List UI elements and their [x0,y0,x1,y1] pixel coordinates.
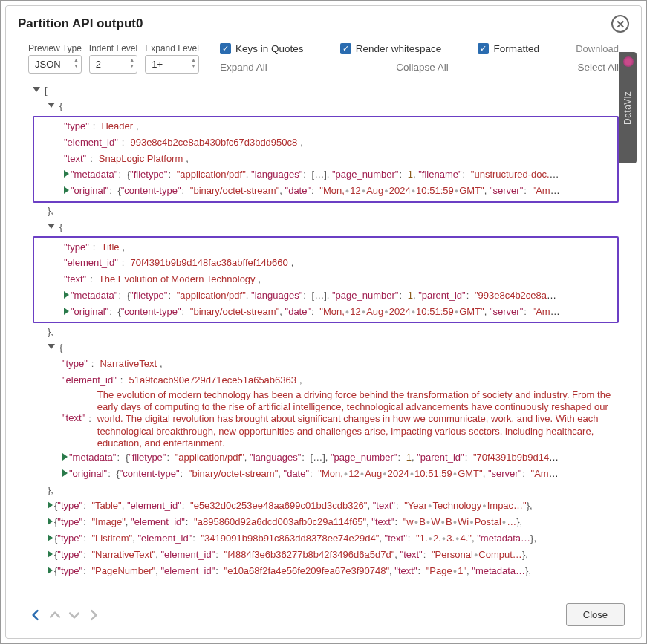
stepper-icon: ▲▼ [191,57,196,69]
dialog-footer: Close [6,594,641,638]
chevron-right-icon[interactable] [64,308,69,315]
chevron-down-icon[interactable] [33,87,40,92]
json-line: "text": The evolution of modern technolo… [33,388,619,449]
json-line: "element_id":993e8c4b2ce8ab430bfc67d3bdd… [34,134,617,151]
chevron-down-icon[interactable] [48,344,55,349]
expand-level-group: Expand Level 1+ ▲▼ [145,43,199,74]
json-line: "text":SnapLogic Platform, [34,151,617,167]
highlight-box: "type":Header, "element_id":993e8c4b2ce8… [33,116,619,203]
chevron-right-icon[interactable] [48,534,53,541]
preview-type-label: Preview Type [28,43,82,53]
preview-type-select[interactable]: JSON ▲▼ [28,55,82,74]
indent-level-label: Indent Level [89,43,137,53]
object-close: }, [33,482,619,498]
object-open: { [33,99,619,115]
check-icon: ✓ [220,43,231,54]
indent-level-value: 2 [96,59,101,70]
json-line: "metadata": {"filetype": "application/pd… [34,167,562,183]
chevron-right-icon[interactable] [48,518,53,525]
chevron-right-icon[interactable] [64,291,69,299]
object-open: { [33,219,619,235]
json-line: {"type": "PageNumber", "element_id": "e1… [33,563,560,579]
json-line: "element_id":51a9fcacb90e729d71ece51a65a… [33,373,619,389]
check-icon: ✓ [478,43,489,54]
chevron-right-icon[interactable] [62,453,68,461]
json-line: "metadata": {"filetype": "application/pd… [33,450,560,466]
nav-down-icon[interactable] [67,608,82,622]
expand-all-link[interactable]: Expand All [220,62,267,73]
array-open: [ [33,82,619,99]
chevron-right-icon[interactable] [62,469,68,477]
json-line: "type":Header, [34,119,617,135]
nav-next-icon[interactable] [86,608,101,622]
check-icon: ✓ [340,43,351,54]
select-all-link[interactable]: Select All [577,62,619,73]
chevron-right-icon[interactable] [48,501,53,509]
toolbar-left: Preview Type JSON ▲▼ Indent Level 2 ▲▼ E… [28,43,199,74]
chevron-down-icon[interactable] [48,103,55,108]
nav-up-icon[interactable] [48,608,62,622]
toolbar-row-actions: Expand All Collapse All Select All [220,62,619,73]
json-line: {"type": "ListItem", "element_id": "3419… [33,531,560,547]
highlight-box: "type":Title, "element_id":70f4391b9b9d1… [33,236,619,323]
keys-in-quotes-check[interactable]: ✓Keys in Quotes [220,43,304,54]
download-link[interactable]: Download [576,43,619,54]
chevron-right-icon[interactable] [64,170,69,178]
chevron-down-icon[interactable] [48,224,55,229]
stepper-icon: ▲▼ [74,57,79,69]
close-icon[interactable]: ✕ [611,15,629,33]
dialog-header: Partition API output0 ✕ [6,6,641,39]
chevron-right-icon[interactable] [64,186,69,194]
preview-type-group: Preview Type JSON ▲▼ [28,43,82,74]
nav-arrows [28,608,101,622]
json-line: {"type": "Table", "element_id": "e5e32d0… [33,498,560,515]
json-line: {"type": "NarrativeText", "element_id": … [33,547,560,563]
narrative-text: The evolution of modern technology has b… [97,389,619,449]
dialog-title: Partition API output0 [18,16,143,31]
indent-level-group: Indent Level 2 ▲▼ [89,43,137,74]
expand-level-select[interactable]: 1+ ▲▼ [145,55,199,74]
chevron-right-icon[interactable] [48,567,53,574]
close-button[interactable]: Close [566,603,625,626]
json-line: {"type": "Image", "element_id": "a895860… [33,515,560,531]
json-line: "text":The Evolution of Modern Technolog… [34,272,617,288]
indent-level-select[interactable]: 2 ▲▼ [89,55,137,74]
dataviz-tab[interactable]: DataViz [619,52,637,163]
dialog: Partition API output0 ✕ Preview Type JSO… [5,5,642,639]
json-line: "original": {"content-type": "binary/oct… [34,304,562,320]
expand-level-label: Expand Level [145,43,199,53]
json-line: "original": {"content-type": "binary/oct… [33,466,560,482]
chevron-right-icon[interactable] [48,550,53,558]
object-close: }, [33,204,619,220]
toolbar-right: ✓Keys in Quotes ✓Render whitespace ✓Form… [220,43,619,73]
render-whitespace-check[interactable]: ✓Render whitespace [340,43,442,54]
nav-prev-icon[interactable] [28,608,43,622]
json-viewer: [ { "type":Header, "element_id":993e8c4b… [6,77,641,594]
object-close: }, [33,324,619,340]
object-open: { [33,340,619,357]
expand-level-value: 1+ [152,59,163,70]
collapse-all-link[interactable]: Collapse All [396,62,449,73]
stepper-icon: ▲▼ [129,57,134,69]
formatted-check[interactable]: ✓Formatted [478,43,539,54]
json-line: "type":Title, [34,239,617,256]
toolbar-row-checks: ✓Keys in Quotes ✓Render whitespace ✓Form… [220,43,619,54]
json-line: "metadata": {"filetype": "application/pd… [34,288,562,305]
json-line: "type":NarrativeText, [33,357,619,373]
toolbar: Preview Type JSON ▲▼ Indent Level 2 ▲▼ E… [6,39,641,77]
json-line: "original": {"content-type": "binary/oct… [34,183,562,200]
preview-type-value: JSON [35,59,61,70]
json-line: "element_id":70f4391b9b9d148fac36abffef1… [34,256,617,272]
